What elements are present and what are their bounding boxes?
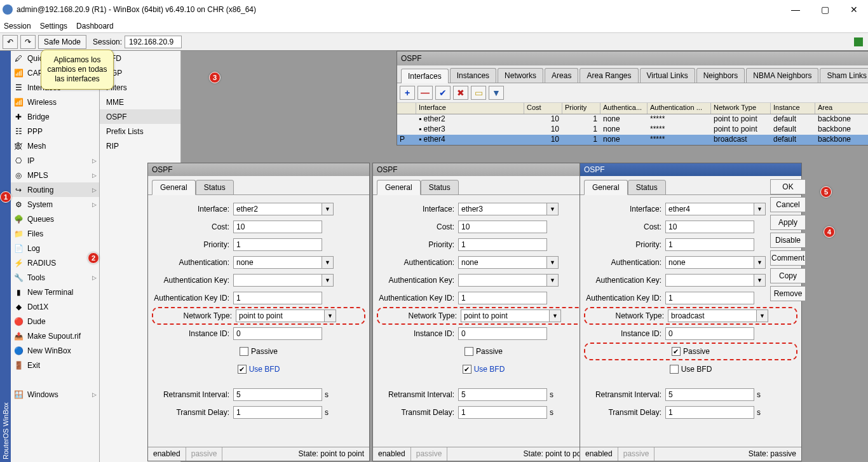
- col-header[interactable]: Priority: [562, 103, 600, 114]
- interface-select[interactable]: ether4: [665, 203, 754, 215]
- chevron-down-icon[interactable]: ▼: [757, 309, 768, 322]
- chevron-down-icon[interactable]: ▼: [322, 256, 334, 269]
- chevron-down-icon[interactable]: ▼: [547, 203, 559, 215]
- cost-input[interactable]: 10: [665, 221, 754, 233]
- col-header[interactable]: Interface: [416, 103, 524, 114]
- cost-input[interactable]: 10: [233, 221, 322, 233]
- dialog-titlebar[interactable]: OSPF: [373, 163, 594, 176]
- chevron-down-icon[interactable]: ▼: [322, 203, 334, 215]
- sidebar-item-system[interactable]: ⚙System▷: [11, 197, 99, 212]
- ospf-tab-areas[interactable]: Areas: [545, 68, 578, 83]
- retransmit-input[interactable]: 5: [233, 388, 322, 401]
- priority-input[interactable]: 1: [458, 238, 547, 251]
- submenu-item-ospf[interactable]: OSPF: [100, 109, 180, 124]
- dialog-titlebar[interactable]: OSPF: [148, 163, 369, 176]
- submenu-item-mme[interactable]: MME: [100, 95, 180, 109]
- chevron-down-icon[interactable]: ▼: [754, 274, 766, 287]
- auth-key-id-input[interactable]: 1: [233, 292, 322, 304]
- retransmit-input[interactable]: 5: [665, 388, 754, 401]
- chevron-down-icon[interactable]: ▼: [322, 274, 334, 287]
- auth-key-id-input[interactable]: 1: [665, 292, 754, 304]
- dialog-titlebar[interactable]: OSPF: [580, 163, 801, 176]
- ospf-tab-sham-links[interactable]: Sham Links: [820, 68, 868, 83]
- add-button[interactable]: +: [400, 86, 415, 100]
- transmit-delay-input[interactable]: 1: [458, 406, 547, 419]
- sidebar-item-log[interactable]: 📄Log: [11, 241, 99, 255]
- sidebar-item-exit[interactable]: 🚪Exit: [11, 358, 99, 372]
- passive-checkbox[interactable]: ✔: [672, 347, 681, 356]
- sidebar-item-dot1x[interactable]: ◆Dot1X: [11, 299, 99, 314]
- ospf-tab-interfaces[interactable]: Interfaces: [401, 69, 449, 83]
- sidebar-item-files[interactable]: 📁Files: [11, 226, 99, 241]
- sidebar-item-mpls[interactable]: ◎MPLS▷: [11, 168, 99, 182]
- sidebar-item-mesh[interactable]: 🕸Mesh: [11, 139, 99, 153]
- sidebar-item-new-terminal[interactable]: ▮New Terminal: [11, 285, 99, 299]
- undo-button[interactable]: ↶: [3, 35, 18, 49]
- sidebar-item-tools[interactable]: 🔧Tools▷: [11, 270, 99, 285]
- table-row[interactable]: P▪ ether4101none*****broadcastdefaultbac…: [397, 135, 868, 145]
- instance-id-input[interactable]: 0: [233, 327, 322, 340]
- passive-checkbox[interactable]: [240, 347, 248, 356]
- table-row[interactable]: ▪ ether3101none*****point to pointdefaul…: [397, 125, 868, 135]
- remove-button[interactable]: Remove: [770, 286, 806, 301]
- minimize-button[interactable]: —: [787, 3, 804, 16]
- ok-button[interactable]: OK: [770, 179, 806, 194]
- col-header[interactable]: Area: [815, 103, 868, 114]
- tab-status[interactable]: Status: [628, 180, 666, 195]
- disable-button[interactable]: Disable: [770, 233, 806, 248]
- cost-input[interactable]: 10: [458, 221, 547, 233]
- disable-button[interactable]: ✖: [453, 86, 468, 100]
- cancel-button[interactable]: Cancel: [770, 197, 806, 212]
- sidebar-item-wireless[interactable]: 📶Wireless: [11, 95, 99, 109]
- enable-button[interactable]: ✔: [435, 86, 451, 100]
- tab-general[interactable]: General: [584, 180, 628, 195]
- auth-key-input[interactable]: [665, 274, 754, 287]
- ospf-tab-virtual-links[interactable]: Virtual Links: [640, 68, 695, 83]
- priority-input[interactable]: 1: [233, 238, 322, 251]
- ospf-tab-networks[interactable]: Networks: [498, 68, 543, 83]
- auth-select[interactable]: none: [233, 256, 322, 269]
- priority-input[interactable]: 1: [665, 238, 754, 251]
- redo-button[interactable]: ↷: [20, 35, 36, 49]
- instance-id-input[interactable]: 0: [665, 327, 754, 340]
- retransmit-input[interactable]: 5: [458, 388, 547, 401]
- usebfd-checkbox[interactable]: [670, 365, 679, 374]
- col-header[interactable]: Network Type: [711, 103, 771, 114]
- passive-checkbox[interactable]: [465, 347, 473, 356]
- sidebar-item-make-supout.rif[interactable]: 📤Make Supout.rif: [11, 329, 99, 343]
- menu-dashboard[interactable]: Dashboard: [76, 22, 114, 31]
- instance-id-input[interactable]: 0: [458, 327, 547, 340]
- comment-button[interactable]: Comment: [770, 250, 806, 266]
- ospf-tab-neighbors[interactable]: Neighbors: [696, 68, 745, 83]
- transmit-delay-input[interactable]: 1: [233, 406, 322, 419]
- network-type-select[interactable]: point to point: [236, 309, 325, 322]
- menu-settings[interactable]: Settings: [40, 22, 67, 31]
- maximize-button[interactable]: ▢: [816, 3, 834, 16]
- sidebar-item-new-winbox[interactable]: 🔵New WinBox: [11, 343, 99, 358]
- auth-key-id-input[interactable]: 1: [458, 292, 547, 304]
- sidebar-item-ip[interactable]: ⎔IP▷: [11, 153, 99, 168]
- ospf-tab-instances[interactable]: Instances: [450, 68, 496, 83]
- comment-button[interactable]: ▭: [471, 86, 486, 100]
- usebfd-checkbox[interactable]: ✔: [238, 365, 247, 374]
- tab-status[interactable]: Status: [196, 180, 234, 195]
- sidebar-item-windows[interactable]: 🪟Windows▷: [11, 387, 99, 402]
- sidebar-item-ppp[interactable]: ☷PPP: [11, 124, 99, 139]
- sidebar-item-radius[interactable]: ⚡RADIUS: [11, 255, 99, 270]
- filter-button[interactable]: ▼: [489, 86, 504, 100]
- col-header[interactable]: Authentication ...: [648, 103, 711, 114]
- ospf-tab-nbma-neighbors[interactable]: NBMA Neighbors: [746, 68, 818, 83]
- ospf-tab-area-ranges[interactable]: Area Ranges: [580, 68, 638, 83]
- table-row[interactable]: ▪ ether2101none*****point to pointdefaul…: [397, 114, 868, 125]
- chevron-down-icon[interactable]: ▼: [547, 274, 559, 287]
- chevron-down-icon[interactable]: ▼: [550, 309, 561, 322]
- chevron-down-icon[interactable]: ▼: [754, 256, 766, 269]
- close-button[interactable]: ✕: [845, 3, 863, 16]
- col-header[interactable]: Cost: [524, 103, 562, 114]
- copy-button[interactable]: Copy: [770, 268, 806, 283]
- tab-general[interactable]: General: [152, 180, 196, 195]
- sidebar-item-routing[interactable]: ↪Routing▷: [11, 182, 99, 197]
- auth-key-input[interactable]: [233, 274, 322, 287]
- safe-mode-button[interactable]: Safe Mode: [38, 35, 86, 49]
- interface-select[interactable]: ether2: [233, 203, 322, 215]
